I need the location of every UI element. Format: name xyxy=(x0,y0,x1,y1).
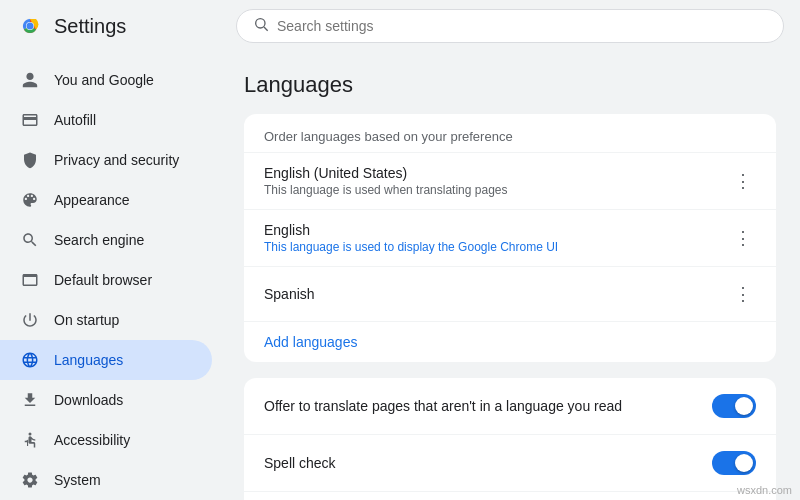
autofill-icon xyxy=(20,110,40,130)
spell-check-toggle[interactable] xyxy=(712,451,756,475)
chrome-logo-icon xyxy=(16,12,44,40)
sidebar-item-you-and-google[interactable]: You and Google xyxy=(0,60,212,100)
lang-item-english: English This language is used to display… xyxy=(244,210,776,267)
sidebar-item-downloads[interactable]: Downloads xyxy=(0,380,212,420)
lang-name-english: English xyxy=(264,222,558,238)
sidebar-item-on-startup[interactable]: On startup xyxy=(0,300,212,340)
lang-item-english-us: English (United States) This language is… xyxy=(244,153,776,210)
lang-desc-english: This language is used to display the Goo… xyxy=(264,240,558,254)
svg-point-3 xyxy=(256,19,265,28)
search-icon xyxy=(253,16,269,36)
accessibility-icon xyxy=(20,430,40,450)
shield-icon xyxy=(20,150,40,170)
translate-toggle[interactable] xyxy=(712,394,756,418)
basic-spell-check-item[interactable]: Basic spell check xyxy=(264,496,756,500)
sidebar-label-system: System xyxy=(54,472,101,488)
sidebar: You and Google Autofill Privacy and secu… xyxy=(0,52,220,500)
search-bar[interactable] xyxy=(236,9,784,43)
person-icon xyxy=(20,70,40,90)
sidebar-label-languages: Languages xyxy=(54,352,123,368)
lang-item-spanish: Spanish ⋮ xyxy=(244,267,776,322)
search-engine-icon xyxy=(20,230,40,250)
lang-menu-spanish[interactable]: ⋮ xyxy=(730,279,756,309)
top-bar: Settings xyxy=(0,0,800,52)
sidebar-item-languages[interactable]: Languages xyxy=(0,340,212,380)
globe-icon xyxy=(20,350,40,370)
svg-point-2 xyxy=(27,23,34,30)
sidebar-label-default-browser: Default browser xyxy=(54,272,152,288)
content-area: Languages Order languages based on your … xyxy=(220,52,800,500)
search-input[interactable] xyxy=(277,18,767,34)
lang-menu-english-us[interactable]: ⋮ xyxy=(730,166,756,196)
spell-check-options: Basic spell check Enhanced spell check U… xyxy=(244,492,776,500)
translate-toggle-row: Offer to translate pages that aren't in … xyxy=(244,378,776,435)
sidebar-label-you-and-google: You and Google xyxy=(54,72,154,88)
sidebar-label-search-engine: Search engine xyxy=(54,232,144,248)
spell-check-toggle-label: Spell check xyxy=(264,455,336,471)
browser-icon xyxy=(20,270,40,290)
add-languages-link[interactable]: Add languages xyxy=(244,322,776,362)
sidebar-item-autofill[interactable]: Autofill xyxy=(0,100,212,140)
logo-area: Settings xyxy=(16,12,236,40)
spell-check-toggle-row: Spell check xyxy=(244,435,776,492)
languages-card-header: Order languages based on your preference xyxy=(264,129,513,144)
watermark: wsxdn.com xyxy=(737,484,792,496)
sidebar-label-privacy: Privacy and security xyxy=(54,152,179,168)
svg-point-5 xyxy=(29,433,32,436)
sidebar-item-search-engine[interactable]: Search engine xyxy=(0,220,212,260)
page-title: Languages xyxy=(244,72,776,98)
sidebar-item-appearance[interactable]: Appearance xyxy=(0,180,212,220)
sidebar-item-accessibility[interactable]: Accessibility xyxy=(0,420,212,460)
startup-icon xyxy=(20,310,40,330)
sidebar-item-privacy-and-security[interactable]: Privacy and security xyxy=(0,140,212,180)
lang-name-english-us: English (United States) xyxy=(264,165,508,181)
toggles-card: Offer to translate pages that aren't in … xyxy=(244,378,776,500)
translate-toggle-label: Offer to translate pages that aren't in … xyxy=(264,398,622,414)
lang-desc-english-us: This language is used when translating p… xyxy=(264,183,508,197)
system-icon xyxy=(20,470,40,490)
settings-title: Settings xyxy=(54,15,126,38)
main-layout: You and Google Autofill Privacy and secu… xyxy=(0,52,800,500)
lang-menu-english[interactable]: ⋮ xyxy=(730,223,756,253)
sidebar-label-accessibility: Accessibility xyxy=(54,432,130,448)
sidebar-item-system[interactable]: System xyxy=(0,460,212,500)
sidebar-label-on-startup: On startup xyxy=(54,312,119,328)
appearance-icon xyxy=(20,190,40,210)
sidebar-item-default-browser[interactable]: Default browser xyxy=(0,260,212,300)
lang-name-spanish: Spanish xyxy=(264,286,315,302)
svg-line-4 xyxy=(264,27,268,31)
sidebar-label-autofill: Autofill xyxy=(54,112,96,128)
download-icon xyxy=(20,390,40,410)
sidebar-label-downloads: Downloads xyxy=(54,392,123,408)
sidebar-label-appearance: Appearance xyxy=(54,192,130,208)
languages-card: Order languages based on your preference… xyxy=(244,114,776,362)
